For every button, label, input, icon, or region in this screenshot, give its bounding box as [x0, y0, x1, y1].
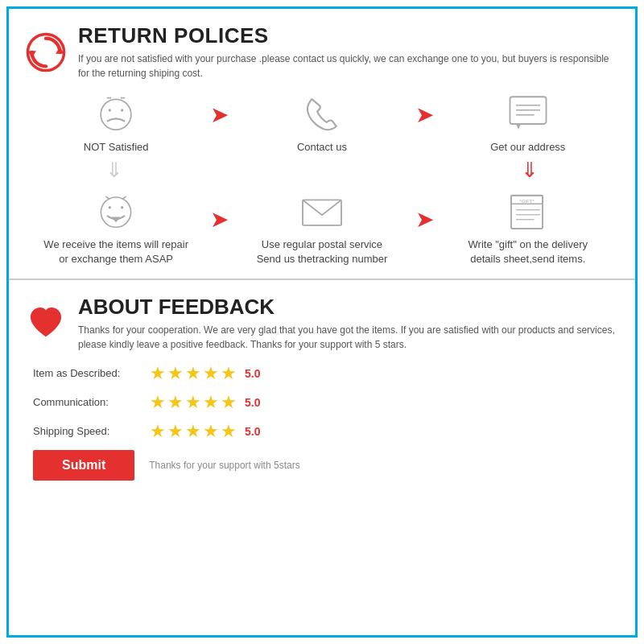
star-1: ★	[150, 421, 166, 442]
svg-marker-12	[516, 124, 521, 130]
return-section: RETURN POLICES If you are not satisfied …	[9, 9, 635, 280]
submit-button[interactable]: Submit	[33, 450, 134, 481]
flow-row-2: We receive the items will repair or exch…	[33, 186, 611, 266]
gift-card-icon: *GIFT*	[500, 186, 556, 234]
submit-note: Thanks for your support with 5stars	[149, 458, 299, 473]
star-1: ★	[150, 363, 166, 384]
ratings-table: Item as Described: ★ ★ ★ ★ ★ 5.0 Communi…	[33, 363, 619, 442]
star-2: ★	[167, 392, 184, 413]
rating-label-item: Item as Described:	[33, 367, 150, 379]
arrow-left-icon-1: ➤	[210, 206, 229, 233]
svg-point-6	[109, 109, 111, 111]
svg-point-13	[101, 197, 131, 227]
happy-face-icon	[88, 186, 144, 234]
feedback-title: ABOUT FEEDBACK	[78, 295, 619, 320]
svg-point-7	[121, 109, 123, 111]
feedback-description: Thanks for your cooperation. We are very…	[78, 323, 619, 352]
feedback-header: ABOUT FEEDBACK Thanks for your cooperati…	[25, 295, 619, 352]
feedback-section: ABOUT FEEDBACK Thanks for your cooperati…	[9, 280, 635, 492]
flow-item-receive: We receive the items will repair or exch…	[43, 186, 188, 266]
svg-point-15	[121, 206, 123, 208]
svg-point-14	[109, 206, 111, 208]
stars-shipping: ★ ★ ★ ★ ★	[150, 421, 237, 442]
star-4: ★	[203, 392, 219, 413]
star-5: ★	[221, 363, 237, 384]
arrow-right-icon-1: ➤	[210, 101, 229, 128]
postal-service-label: Use regular postal service Send us thetr…	[250, 237, 394, 266]
flow-row-1: NOT Satisfied ➤ Contact us ➤	[33, 89, 611, 155]
flow-item-not-satisfied: NOT Satisfied	[43, 89, 188, 155]
rating-row-shipping: Shipping Speed: ★ ★ ★ ★ ★ 5.0	[33, 421, 619, 442]
star-4: ★	[203, 363, 219, 384]
return-header-text: RETURN POLICES If you are not satisfied …	[78, 23, 619, 80]
heart-icon	[25, 302, 67, 344]
star-2: ★	[167, 421, 184, 442]
rating-value-item: 5.0	[245, 367, 260, 380]
envelope-icon	[294, 186, 350, 234]
feedback-header-text: ABOUT FEEDBACK Thanks for your cooperati…	[78, 295, 619, 352]
stars-item: ★ ★ ★ ★ ★	[150, 363, 237, 384]
star-5: ★	[221, 392, 237, 413]
chat-box-icon	[500, 89, 556, 137]
star-3: ★	[185, 363, 201, 384]
star-3: ★	[185, 392, 201, 413]
return-description: If you are not satisfied with your purch…	[78, 52, 619, 80]
flow-item-address: Get our address	[456, 89, 601, 155]
star-4: ★	[203, 421, 219, 442]
arrow-right-icon-2: ➤	[415, 101, 434, 128]
arrow-down-right-icon: ⇓	[521, 158, 539, 183]
phone-icon	[294, 89, 350, 137]
rating-value-communication: 5.0	[245, 396, 260, 409]
get-address-label: Get our address	[490, 140, 565, 155]
svg-point-5	[101, 99, 131, 130]
rating-label-communication: Communication:	[33, 396, 150, 408]
rating-row-item: Item as Described: ★ ★ ★ ★ ★ 5.0	[33, 363, 619, 384]
stars-communication: ★ ★ ★ ★ ★	[150, 392, 237, 413]
contact-us-label: Contact us	[297, 140, 347, 155]
page-container: RETURN POLICES If you are not satisfied …	[6, 6, 638, 638]
arrow-down-left-icon: ⇓	[105, 158, 123, 183]
refresh-icon	[25, 31, 67, 73]
svg-marker-16	[111, 217, 121, 222]
rating-row-communication: Communication: ★ ★ ★ ★ ★ 5.0	[33, 392, 619, 413]
star-3: ★	[185, 421, 201, 442]
star-5: ★	[221, 421, 237, 442]
flow-item-postal: Use regular postal service Send us thetr…	[250, 186, 394, 266]
return-title: RETURN POLICES	[78, 23, 619, 48]
svg-text:*GIFT*: *GIFT*	[519, 198, 535, 203]
return-header: RETURN POLICES If you are not satisfied …	[25, 23, 619, 80]
star-1: ★	[150, 392, 166, 413]
not-satisfied-label: NOT Satisfied	[84, 140, 149, 155]
write-gift-label: Write "gift" on the delivery details she…	[456, 237, 601, 266]
rating-label-shipping: Shipping Speed:	[33, 425, 150, 437]
flow-diagram: NOT Satisfied ➤ Contact us ➤	[25, 89, 619, 267]
rating-value-shipping: 5.0	[245, 425, 260, 438]
receive-items-label: We receive the items will repair or exch…	[43, 237, 188, 266]
arrow-left-icon-2: ➤	[415, 206, 434, 233]
flow-item-contact: Contact us	[250, 89, 394, 155]
star-2: ★	[167, 363, 184, 384]
submit-row: Submit Thanks for your support with 5sta…	[33, 450, 619, 481]
flow-item-gift: *GIFT* Write "gift" on the delivery deta…	[456, 186, 601, 266]
sad-face-icon	[88, 89, 144, 137]
